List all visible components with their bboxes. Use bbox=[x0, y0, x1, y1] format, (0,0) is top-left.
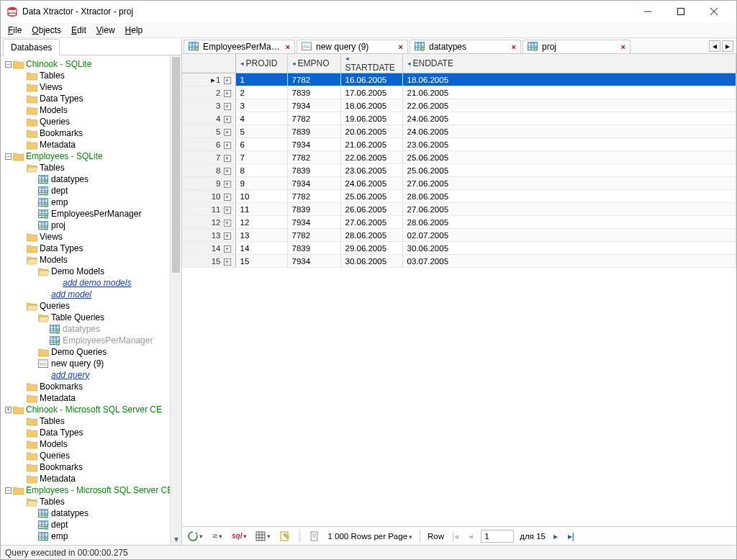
row-expand-icon[interactable]: + bbox=[224, 103, 231, 110]
cell-projid[interactable]: 10 bbox=[235, 190, 287, 203]
table-row[interactable]: 12+ 12 7934 27.06.2005 28.06.2005 bbox=[182, 216, 736, 229]
table-row[interactable]: 4+ 4 7782 19.06.2005 24.06.2005 bbox=[182, 112, 736, 125]
tree-link-add-query[interactable]: add query bbox=[2, 369, 181, 381]
cell-startdate[interactable]: 26.06.2005 bbox=[340, 203, 402, 216]
cell-projid[interactable]: 5 bbox=[235, 125, 287, 138]
tree-folder-tables[interactable]: Tables bbox=[2, 415, 181, 427]
nav-prev-button[interactable]: ◂ bbox=[466, 531, 475, 541]
cell-enddate[interactable]: 25.06.2005 bbox=[402, 151, 736, 164]
minimize-button[interactable] bbox=[631, 1, 664, 22]
table-row[interactable]: 2+ 2 7839 17.06.2005 21.06.2005 bbox=[182, 86, 736, 99]
cell-projid[interactable]: 3 bbox=[235, 99, 287, 112]
cell-enddate[interactable]: 24.06.2005 bbox=[402, 112, 736, 125]
row-header[interactable]: 15+ bbox=[182, 255, 235, 268]
tree-query-employeespermanager[interactable]: EmployeesPerManager bbox=[2, 335, 181, 346]
row-header[interactable]: 8+ bbox=[182, 164, 235, 177]
cell-projid[interactable]: 12 bbox=[235, 216, 287, 229]
cell-empno[interactable]: 7782 bbox=[287, 190, 340, 203]
tree-table-proj[interactable]: proj bbox=[2, 220, 181, 231]
rows-per-page-label[interactable]: 1 000 Rows per Page bbox=[327, 532, 412, 541]
cell-enddate[interactable]: 03.07.2005 bbox=[402, 255, 736, 268]
row-expand-icon[interactable]: + bbox=[224, 155, 231, 162]
table-row[interactable]: 6+ 6 7934 21.06.2005 23.06.2005 bbox=[182, 138, 736, 151]
cell-projid[interactable]: 7 bbox=[235, 151, 287, 164]
cell-projid[interactable]: 13 bbox=[235, 229, 287, 242]
menu-edit[interactable]: Edit bbox=[71, 25, 86, 35]
tree-folder-metadata[interactable]: Metadata bbox=[2, 392, 181, 404]
row-expand-icon[interactable]: + bbox=[224, 116, 231, 123]
cell-enddate[interactable]: 21.06.2005 bbox=[402, 86, 736, 99]
cell-startdate[interactable]: 23.06.2005 bbox=[340, 164, 402, 177]
cell-empno[interactable]: 7839 bbox=[287, 203, 340, 216]
row-expand-icon[interactable]: + bbox=[224, 181, 231, 188]
row-number-input[interactable] bbox=[481, 530, 514, 543]
maximize-button[interactable] bbox=[664, 1, 697, 22]
tree-folder-metadata[interactable]: Metadata bbox=[2, 139, 181, 150]
cell-enddate[interactable]: 25.06.2005 bbox=[402, 164, 736, 177]
doc-tab-datatypes[interactable]: datatypes× bbox=[410, 40, 521, 53]
sql-button[interactable]: sql bbox=[230, 529, 248, 543]
nav-last-button[interactable]: ▸| bbox=[566, 531, 577, 541]
tab-close-icon[interactable]: × bbox=[621, 42, 625, 51]
cell-startdate[interactable]: 16.06.2005 bbox=[340, 73, 402, 86]
tree-folder-tablequeries[interactable]: Table Queries bbox=[2, 312, 181, 323]
tree-link-add-model[interactable]: add model bbox=[2, 289, 181, 300]
tree-query-new-query-9[interactable]: new query (9) bbox=[2, 358, 181, 369]
tree-folder-queries[interactable]: Queries bbox=[2, 116, 181, 127]
cell-empno[interactable]: 7782 bbox=[287, 229, 340, 242]
cell-enddate[interactable]: 22.06.2005 bbox=[402, 99, 736, 112]
tree-folder-demomodels[interactable]: Demo Models bbox=[2, 266, 181, 277]
doc-tab-new-query-9-[interactable]: new query (9)× bbox=[297, 40, 408, 53]
tab-close-icon[interactable]: × bbox=[286, 42, 290, 51]
cell-projid[interactable]: 6 bbox=[235, 138, 287, 151]
tab-close-icon[interactable]: × bbox=[399, 42, 403, 51]
tree-folder-datatypes[interactable]: Data Types bbox=[2, 93, 181, 104]
cell-enddate[interactable]: 30.06.2005 bbox=[402, 242, 736, 255]
tree-folder-datatypes[interactable]: Data Types bbox=[2, 427, 181, 438]
cell-empno[interactable]: 7839 bbox=[287, 242, 340, 255]
col-header-empno[interactable]: ◂EMPNO bbox=[287, 54, 340, 73]
row-header[interactable]: ▸1+ bbox=[182, 73, 235, 86]
row-header[interactable]: 5+ bbox=[182, 125, 235, 138]
row-header[interactable]: 13+ bbox=[182, 229, 235, 242]
cell-projid[interactable]: 1 bbox=[235, 73, 287, 86]
col-header-projid[interactable]: ◂PROJID bbox=[235, 54, 287, 73]
cell-enddate[interactable]: 18.06.2005 bbox=[402, 73, 736, 86]
doc-tab-proj[interactable]: proj× bbox=[523, 40, 630, 53]
tree-db-employees-mssqlce[interactable]: −Employees - Microsoft SQL Server CE bbox=[2, 484, 181, 496]
row-expand-icon[interactable]: + bbox=[224, 142, 231, 149]
doc-tab-employeespermanager[interactable]: EmployeesPerManager× bbox=[184, 40, 295, 53]
nav-next-button[interactable]: ▸ bbox=[551, 531, 560, 541]
tree-table-dept[interactable]: dept bbox=[2, 185, 181, 197]
cell-empno[interactable]: 7839 bbox=[287, 164, 340, 177]
cell-enddate[interactable]: 27.06.2005 bbox=[402, 203, 736, 216]
menu-view[interactable]: View bbox=[96, 25, 115, 35]
table-row[interactable]: 5+ 5 7839 20.06.2005 24.06.2005 bbox=[182, 125, 736, 138]
tree-folder-views[interactable]: Views bbox=[2, 231, 181, 243]
table-row[interactable]: 10+ 10 7782 25.06.2005 28.06.2005 bbox=[182, 190, 736, 203]
tree-folder-queries[interactable]: Queries bbox=[2, 300, 181, 312]
row-header[interactable]: 10+ bbox=[182, 190, 235, 203]
cell-enddate[interactable]: 02.07.2005 bbox=[402, 229, 736, 242]
cell-startdate[interactable]: 20.06.2005 bbox=[340, 125, 402, 138]
table-row[interactable]: ▸1+ 1 7782 16.06.2005 18.06.2005 bbox=[182, 73, 736, 86]
table-row[interactable]: 8+ 8 7839 23.06.2005 25.06.2005 bbox=[182, 164, 736, 177]
tree-table-emp[interactable]: emp bbox=[2, 530, 181, 542]
cell-startdate[interactable]: 21.06.2005 bbox=[340, 138, 402, 151]
cell-empno[interactable]: 7839 bbox=[287, 125, 340, 138]
table-row[interactable]: 11+ 11 7839 26.06.2005 27.06.2005 bbox=[182, 203, 736, 216]
row-expand-icon[interactable]: + bbox=[224, 207, 231, 214]
cell-empno[interactable]: 7839 bbox=[287, 86, 340, 99]
tree-db-employees-sqlite[interactable]: −Employees - SQLite bbox=[2, 150, 181, 162]
tree-folder-tables[interactable]: Tables bbox=[2, 496, 181, 507]
tree-folder-tables[interactable]: Tables bbox=[2, 162, 181, 173]
cell-startdate[interactable]: 27.06.2005 bbox=[340, 216, 402, 229]
cell-startdate[interactable]: 28.06.2005 bbox=[340, 229, 402, 242]
tree-query-datatypes[interactable]: datatypes bbox=[2, 323, 181, 335]
filter-button[interactable]: ≈ bbox=[210, 529, 225, 543]
cell-projid[interactable]: 8 bbox=[235, 164, 287, 177]
table-row[interactable]: 13+ 13 7782 28.06.2005 02.07.2005 bbox=[182, 229, 736, 242]
tree-folder-metadata[interactable]: Metadata bbox=[2, 473, 181, 484]
tree-folder-views[interactable]: Views bbox=[2, 81, 181, 93]
row-expand-icon[interactable]: + bbox=[224, 90, 231, 97]
